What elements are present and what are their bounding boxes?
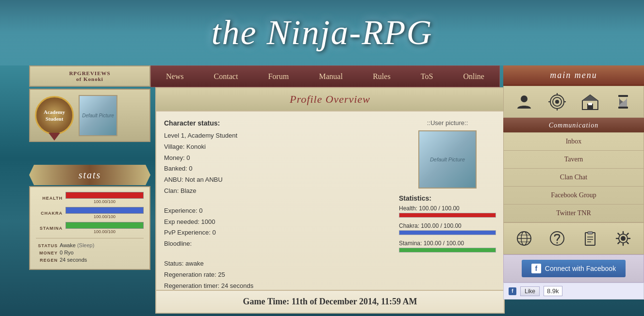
hourglass-menu-icon[interactable] [612, 91, 634, 112]
stats-health-line: Health: 100.00 / 100.00 [399, 205, 496, 212]
char-exp-needed: Exp needed: 1000 [164, 217, 389, 227]
stats-stamina-line: Stamina: 100.00 / 100.00 [399, 240, 496, 247]
avatar-text: Default Picture [82, 113, 114, 118]
char-pvp: PvP Experience: 0 [164, 228, 389, 238]
regen-val: 24 seconds [60, 257, 87, 263]
stamina-value: 100.00/100 [66, 229, 144, 234]
comm-twitter-tnr[interactable]: Twitter TNR [504, 205, 644, 222]
menu-icons-row-1 [503, 86, 644, 118]
svg-point-3 [555, 100, 559, 104]
profile-menu-icon[interactable] [513, 91, 535, 112]
facebook-like-button[interactable]: Like [520, 286, 540, 296]
stamina-bar [66, 222, 144, 229]
char-clan: Clan: Blaze [164, 186, 389, 196]
stats-header: stats [29, 165, 150, 185]
stats-chakra-bar [399, 230, 496, 235]
facebook-f-icon: f [531, 264, 541, 273]
rpgreviews-box: RPGREVIEWS of Konoki [29, 65, 150, 87]
rank-text: Academy Student [44, 109, 65, 123]
stamina-bar-fill [66, 222, 143, 228]
svg-rect-12 [618, 107, 628, 109]
char-status-line: Status: awake [164, 259, 389, 269]
comm-inbox[interactable]: Inbox [504, 133, 644, 151]
user-pic-default-text: Default Picture [430, 157, 465, 162]
rank-badge: Academy Student [35, 96, 74, 135]
char-banked: Banked: 0 [164, 164, 389, 174]
communication-header: Communication [503, 118, 644, 132]
chakra-bar [66, 207, 144, 214]
svg-point-19 [557, 242, 558, 244]
like-label: Like [525, 288, 535, 295]
settings-menu-icon[interactable] [612, 228, 634, 249]
clipboard-menu-icon[interactable] [579, 228, 601, 249]
comm-clan-chat[interactable]: Clan Chat [504, 169, 644, 187]
health-stat-row: HEALTH 100.00/100 [36, 192, 144, 204]
health-bar [66, 192, 144, 199]
chakra-stat-row: CHAKRA 100.00/100 [36, 207, 144, 219]
svg-point-25 [621, 236, 626, 241]
right-sidebar: main menu [503, 65, 644, 300]
nav-online[interactable]: Online [459, 72, 488, 81]
help-menu-icon[interactable] [546, 228, 568, 249]
chakra-label: CHAKRA [36, 211, 63, 216]
stats-health-bar [399, 213, 496, 218]
svg-rect-9 [588, 103, 590, 105]
nav-manual[interactable]: Manual [315, 72, 347, 81]
comm-facebook-group[interactable]: Facebook Group [504, 187, 644, 205]
profile-overview-box: Profile Overview Character status: Level… [155, 87, 505, 300]
svg-rect-20 [585, 233, 595, 245]
nav-tos[interactable]: ToS [417, 72, 437, 81]
stats-stamina-fill [399, 248, 495, 252]
chakra-bar-container: 100.00/100 [66, 207, 144, 219]
health-bar-container: 100.00/100 [66, 192, 144, 204]
health-value: 100.00/100 [66, 199, 144, 204]
nav-rules[interactable]: Rules [369, 72, 394, 81]
char-village: Village: Konoki [164, 142, 389, 152]
target-menu-icon[interactable] [546, 91, 568, 112]
house-menu-icon[interactable] [579, 91, 601, 112]
char-anbu: ANBU: Not an ANBU [164, 175, 389, 185]
money-key: MONEY [36, 251, 58, 255]
main-content: Profile Overview Character status: Level… [155, 87, 505, 300]
statistics-title: Statistics: [399, 194, 496, 202]
globe-menu-icon[interactable] [513, 228, 535, 249]
stats-body: HEALTH 100.00/100 CHAKRA 100.00/100 STAM… [29, 186, 150, 270]
money-row: MONEY 0 Ryo [36, 250, 144, 255]
chakra-bar-fill [66, 207, 143, 213]
stamina-label: STAMINA [36, 226, 63, 231]
char-regen-rate: Regeneration rate: 25 [164, 270, 389, 280]
char-money: Money: 0 [164, 153, 389, 163]
stats-section: stats HEALTH 100.00/100 CHAKRA 100.00/10… [29, 165, 150, 270]
svg-rect-10 [590, 103, 592, 105]
stats-chakra-fill [399, 231, 495, 235]
main-menu-header: main menu [503, 65, 644, 86]
char-bloodline: Bloodline: [164, 239, 389, 249]
like-bar: f Like 8.9k [503, 283, 644, 300]
facebook-connect-label: Connect with Facebook [545, 265, 616, 272]
nav-news[interactable]: News [162, 72, 187, 81]
comm-items: Inbox Tavern Clan Chat Facebook Group Tw… [503, 132, 644, 222]
nav-contact[interactable]: Contact [210, 72, 242, 81]
health-bar-fill [66, 192, 143, 198]
profile-section: Academy Student Default Picture [29, 89, 150, 142]
money-val: 0 Ryo [60, 250, 74, 255]
stats-title: stats [79, 170, 101, 181]
status-key: STATUS [36, 243, 58, 248]
regen-key: REGEN [36, 258, 58, 263]
chakra-value: 100.00/100 [66, 214, 144, 219]
avatar: Default Picture [79, 95, 117, 136]
nav-forum[interactable]: Forum [264, 72, 293, 81]
fb-logo-small: f [509, 287, 516, 295]
health-label: HEALTH [36, 196, 63, 201]
char-status: Character status: Level 1, Academy Stude… [164, 119, 389, 292]
facebook-connect-button[interactable]: f Connect with Facebook [522, 260, 626, 277]
status-rows: STATUS Awake (Sleep) MONEY 0 Ryo REGEN 2… [36, 238, 144, 263]
comm-tavern[interactable]: Tavern [504, 151, 644, 169]
navigation-bar: News Contact Forum Manual Rules ToS Onli… [150, 65, 500, 87]
left-sidebar: RPGREVIEWS of Konoki Academy Student Def… [29, 65, 150, 142]
profile-title: Profile Overview [156, 88, 504, 111]
site-title: the Ninja-RPG [212, 13, 433, 53]
main-menu-title: main menu [550, 70, 597, 80]
char-level: Level 1, Academy Student [164, 131, 389, 141]
site-header: the Ninja-RPG [0, 0, 644, 65]
